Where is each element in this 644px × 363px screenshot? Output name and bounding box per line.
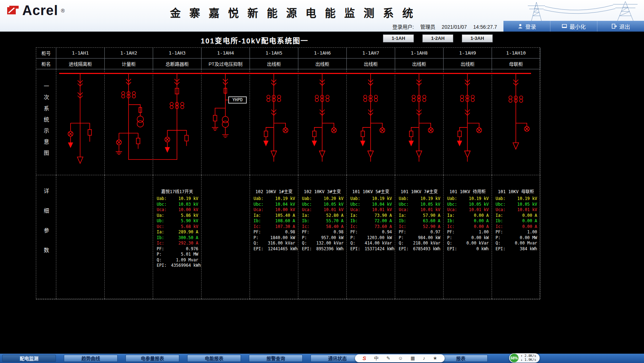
param-value: 72.00 A — [365, 218, 392, 224]
param-label: Q: — [254, 241, 268, 246]
soft-keyboard-icon[interactable]: ▦ — [411, 355, 415, 362]
param-label: PF: — [496, 229, 510, 235]
param-label: PF: — [447, 229, 461, 235]
ime-toolbar[interactable]: S中✎☺▦♪★ — [355, 354, 445, 362]
single-line-diagram-metering — [105, 69, 153, 175]
param-row: Uab:10.19 kV — [395, 196, 443, 202]
param-row: Uab:10.20 kV — [298, 196, 346, 202]
login-info: 登录用户: 管理员 2021/01/07 14:56:27.7 — [0, 21, 503, 32]
param-row: P:0.00 kW — [444, 235, 492, 241]
param-value: 0.00 MW — [510, 235, 537, 241]
exit-icon — [611, 23, 617, 29]
toolbox-icon[interactable]: ★ — [433, 355, 437, 362]
param-row: Ia:57.90 A — [395, 213, 443, 219]
network-monitor-widget[interactable]: 68% ↑ 2.8K/s ↓ 1.9K/s — [509, 353, 540, 363]
param-label: Ic: — [350, 224, 365, 230]
param-row: Uca:10.01 kV — [298, 207, 346, 213]
param-value: 6785493 kWh — [413, 246, 440, 252]
param-value: 984.00 kW — [413, 235, 440, 241]
param-value: 1.09 Mvar — [171, 257, 198, 263]
voice-input-icon[interactable]: ♪ — [423, 355, 425, 362]
net-download-speed: ↓ 1.9K/s — [521, 358, 536, 362]
param-row: Ubc:10.05 kV — [492, 202, 540, 208]
param-value: 10.01 kV — [510, 207, 537, 213]
param-row: P:1840.00 kW — [250, 235, 298, 241]
param-label: Ib: — [496, 218, 510, 224]
param-value: 10.19 kV — [413, 196, 440, 202]
diagram-cell-1-1AH3 — [153, 69, 202, 175]
nav-param-report[interactable]: 电参量报表 — [126, 355, 179, 362]
param-row: Uab:10.19 kV — [347, 196, 395, 202]
param-label: Ubc: — [399, 202, 413, 208]
cabinet-name-1-1AH10: 母联柜 — [492, 59, 540, 69]
cabinet-name-1-1AH2: 计量柜 — [105, 59, 153, 69]
panel-title: 101 10KV 母联柜 — [492, 188, 540, 194]
minimize-button[interactable]: 最小化 — [550, 21, 597, 32]
nav-alarm-query[interactable]: 报警查询 — [249, 355, 303, 362]
param-label: Ic: — [399, 224, 413, 230]
nav-energy-report[interactable]: 电能报表 — [187, 355, 241, 362]
param-label: Uab: — [254, 196, 268, 202]
input-mode-icon[interactable]: 中 — [374, 355, 379, 362]
tab-1-1AH[interactable]: 1-1AH — [383, 34, 414, 42]
param-row: Ub:5.90 kV — [153, 218, 201, 224]
param-row: P:5.01 MW — [153, 252, 201, 257]
param-row: Ia:0.00 A — [444, 213, 492, 219]
tab-1-3AH[interactable]: 1-3AH — [462, 34, 493, 42]
brand-name: Acrel — [22, 3, 58, 18]
panel-title: 102 10KV 1#主变 — [250, 188, 298, 194]
substation-tabs: 1-1AH1-2AH1-3AH — [383, 34, 493, 42]
sogou-logo-icon[interactable]: S — [363, 355, 366, 362]
login-button[interactable]: 登录 — [503, 21, 550, 32]
param-value: 57.90 A — [413, 213, 440, 219]
param-label: Uab: — [399, 196, 413, 202]
param-label: Ic: — [254, 224, 268, 230]
cabinet-no-1-1AH8: 1-1AH8 — [395, 48, 444, 59]
brand-registered-mark: ® — [61, 8, 65, 14]
param-row: Ia:289.90 A — [153, 229, 201, 235]
cabinet-no-1-1AH2: 1-1AH2 — [105, 48, 153, 59]
param-row: PF:0.98 — [250, 229, 298, 235]
cabinet-name-1-1AH7: 出线柜 — [347, 59, 395, 69]
param-label: EPI: — [350, 246, 365, 252]
single-line-diagram-feeder — [250, 69, 298, 175]
param-value: 0.98 — [268, 229, 295, 235]
param-label: Ic: — [157, 241, 171, 246]
single-line-diagram-feeder — [444, 69, 492, 175]
handwrite-icon[interactable]: ✎ — [386, 355, 390, 362]
tab-1-2AH[interactable]: 1-2AH — [422, 34, 453, 42]
param-label: Uca: — [447, 207, 461, 213]
page-title: 101变电所-10kV配电系统图一 — [151, 35, 359, 46]
param-row: Ic:52.90 A — [395, 224, 443, 230]
exit-button[interactable]: 退出 — [597, 21, 644, 32]
param-row: PF:0.97 — [395, 229, 443, 235]
param-value: 10.05 kV — [413, 202, 440, 208]
param-value: 10.20 kV — [316, 196, 344, 202]
nav-dist-monitor[interactable]: 配电监测 — [2, 355, 56, 362]
param-row: Ia:73.90 A — [347, 213, 395, 219]
param-value: 10.05 kV — [461, 202, 489, 208]
app-window: Acrel ® 金寨嘉悦新能源电能监测系统 登录用户: 管理员 2021/01/… — [0, 0, 644, 363]
param-label: Ia: — [254, 213, 268, 219]
panel-cell-1-1AH3: 嘉悦17线17开关Uab:10.19 kVUbc:10.03 kVUca:10.… — [153, 175, 202, 299]
param-label: Ia: — [157, 229, 171, 235]
cabinet-no-1-1AH7: 1-1AH7 — [347, 48, 395, 59]
param-label: P: — [302, 235, 316, 241]
param-value: 12441465 kWh — [268, 246, 298, 252]
panel-cell-1-1AH9: 101 10KV 待用柜Uab:10.19 kVUbc:10.05 kVUca:… — [444, 175, 492, 299]
param-row: Ia:0.00 A — [492, 213, 540, 219]
emoji-icon[interactable]: ☺ — [398, 355, 403, 362]
nav-trend-curve[interactable]: 趋势曲线 — [64, 355, 118, 362]
param-row: Ib:0.00 A — [492, 218, 540, 224]
param-value: 73.90 A — [365, 213, 392, 219]
panel-title: 101 10KV 7#主变 — [395, 188, 443, 194]
param-label: Uca: — [350, 207, 365, 213]
cabinet-no-1-1AH4: 1-1AH4 — [202, 48, 250, 59]
param-value: 0.976 — [171, 246, 198, 252]
system-title: 金寨嘉悦新能源电能监测系统 — [126, 4, 466, 20]
param-label: P: — [496, 235, 510, 241]
param-value: 108.60 A — [268, 218, 295, 224]
param-row: Uca:10.01 kV — [395, 207, 443, 213]
param-value: 1.00 — [510, 229, 537, 235]
param-label: Ib: — [350, 218, 365, 224]
